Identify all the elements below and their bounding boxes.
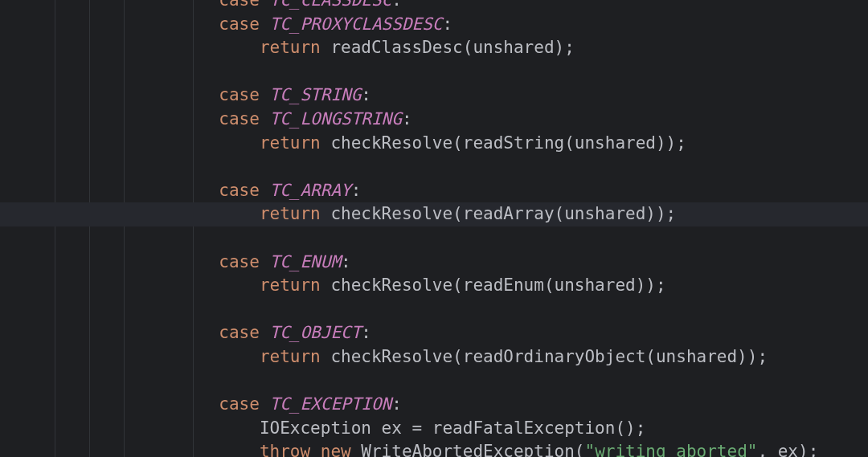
code-line[interactable]: [0, 226, 868, 251]
token-punct: :: [391, 0, 402, 10]
token-punct: checkResolve(readString(unshared));: [321, 133, 686, 153]
indent-whitespace: [56, 394, 219, 414]
code-line[interactable]: return checkResolve(readArray(unshared))…: [0, 202, 868, 226]
token-cons: TC_CLASSDESC: [270, 0, 392, 10]
token-cons: TC_ARRAY: [270, 181, 351, 200]
code-line[interactable]: return checkResolve(readEnum(unshared));: [0, 274, 868, 298]
code-editor[interactable]: case TC_CLASSDESC: case TC_PROXYCLASSDES…: [0, 0, 868, 457]
code-line[interactable]: case TC_CLASSDESC:: [0, 0, 868, 13]
code-line[interactable]: IOException ex = readFatalException();: [0, 417, 868, 441]
code-line[interactable]: case TC_PROXYCLASSDESC:: [0, 13, 868, 37]
token-punct: :: [361, 323, 371, 342]
token-kw: case: [219, 14, 260, 34]
token-kw: case: [219, 181, 260, 200]
token-punct: [260, 394, 270, 414]
code-line[interactable]: [0, 369, 868, 394]
token-kw: new: [321, 442, 351, 457]
indent-whitespace: [56, 181, 219, 200]
code-line[interactable]: return checkResolve(readString(unshared)…: [0, 132, 868, 156]
indent-whitespace: [56, 275, 260, 295]
token-punct: :: [361, 85, 371, 104]
code-line[interactable]: case TC_ENUM:: [0, 251, 868, 275]
token-punct: [260, 0, 270, 10]
code-line[interactable]: return checkResolve(readOrdinaryObject(u…: [0, 345, 868, 369]
code-line[interactable]: [0, 298, 868, 322]
token-punct: , ex);: [757, 442, 818, 457]
token-punct: :: [402, 109, 412, 129]
token-cons: TC_ENUM: [270, 252, 342, 271]
token-punct: [260, 181, 270, 200]
token-kw: return: [260, 38, 321, 57]
token-punct: [310, 442, 321, 457]
token-punct: WriteAbortedException(: [351, 442, 585, 457]
indent-whitespace: [56, 347, 260, 366]
code-line[interactable]: [0, 60, 868, 84]
token-kw: return: [260, 133, 321, 153]
token-punct: [260, 14, 270, 34]
token-punct: readClassDesc(unshared);: [321, 38, 575, 57]
token-kw: return: [260, 275, 321, 295]
code-line[interactable]: case TC_LONGSTRING:: [0, 108, 868, 132]
token-str: "writing aborted": [584, 442, 757, 457]
token-kw: case: [219, 323, 260, 342]
indent-whitespace: [56, 0, 219, 10]
token-punct: :: [442, 14, 452, 34]
code-line[interactable]: case TC_ARRAY:: [0, 179, 868, 203]
indent-whitespace: [56, 38, 260, 57]
token-punct: checkResolve(readArray(unshared));: [321, 204, 677, 223]
token-punct: :: [341, 252, 351, 271]
token-kw: case: [219, 0, 260, 10]
code-line[interactable]: return readClassDesc(unshared);: [0, 36, 868, 60]
token-punct: [260, 109, 270, 129]
token-punct: :: [351, 181, 362, 200]
token-kw: case: [219, 85, 260, 104]
token-punct: [260, 323, 270, 342]
code-line[interactable]: [0, 155, 868, 179]
token-punct: IOException ex = readFatalException();: [260, 418, 645, 438]
indent-whitespace: [56, 133, 260, 153]
token-punct: checkResolve(readEnum(unshared));: [321, 275, 666, 295]
indent-whitespace: [56, 323, 219, 342]
indent-whitespace: [56, 85, 219, 104]
code-line[interactable]: case TC_STRING:: [0, 84, 868, 108]
token-kw: case: [219, 109, 260, 129]
token-cons: TC_PROXYCLASSDESC: [270, 14, 443, 34]
token-punct: :: [391, 394, 402, 414]
token-cons: TC_OBJECT: [270, 323, 362, 342]
indent-whitespace: [56, 204, 260, 223]
token-punct: [260, 252, 270, 271]
token-kw: case: [219, 252, 260, 271]
token-cons: TC_LONGSTRING: [270, 109, 402, 129]
code-line[interactable]: throw new WriteAbortedException("writing…: [0, 440, 868, 457]
token-kw: throw: [260, 442, 310, 457]
code-line[interactable]: case TC_EXCEPTION:: [0, 393, 868, 417]
indent-whitespace: [56, 418, 260, 438]
token-cons: TC_STRING: [270, 85, 362, 104]
code-line[interactable]: case TC_OBJECT:: [0, 321, 868, 345]
token-kw: return: [260, 204, 321, 223]
token-kw: case: [219, 394, 260, 414]
token-punct: [260, 85, 270, 104]
token-kw: return: [260, 347, 321, 366]
indent-whitespace: [56, 14, 219, 34]
token-punct: checkResolve(readOrdinaryObject(unshared…: [321, 347, 768, 366]
indent-whitespace: [56, 109, 219, 129]
token-cons: TC_EXCEPTION: [270, 394, 392, 414]
code-area[interactable]: case TC_CLASSDESC: case TC_PROXYCLASSDES…: [0, 0, 868, 457]
indent-whitespace: [56, 442, 260, 457]
indent-whitespace: [56, 252, 219, 271]
